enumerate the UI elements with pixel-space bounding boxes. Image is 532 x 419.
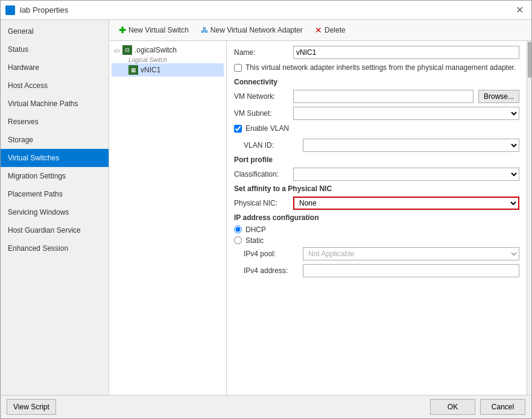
vlan-id-row: VLAN ID:	[234, 139, 519, 152]
sidebar-item-placement[interactable]: Placement Paths	[1, 185, 109, 203]
nic-name-label: vNIC1	[141, 66, 160, 74]
port-profile-section-title: Port profile	[234, 156, 519, 164]
new-virtual-switch-button[interactable]: ✚ New Virtual Switch	[114, 24, 194, 37]
enable-vlan-row: Enable VLAN	[234, 124, 519, 134]
inherit-label: This virtual network adapter inherits se…	[245, 63, 516, 73]
delete-label: Delete	[325, 26, 346, 34]
sidebar-item-host-guardian[interactable]: Host Guardian Service	[1, 221, 109, 239]
new-nic-icon: 🖧	[201, 26, 208, 34]
new-virtual-nic-button[interactable]: 🖧 New Virtual Network Adapter	[196, 24, 308, 36]
content-area: General Status Hardware Host Access Virt…	[1, 20, 531, 395]
sidebar: General Status Hardware Host Access Virt…	[1, 20, 109, 395]
sidebar-item-storage[interactable]: Storage	[1, 131, 109, 149]
dhcp-label: DHCP	[245, 225, 266, 234]
vm-subnet-row: VM Subnet:	[234, 107, 519, 120]
bottom-right-buttons: OK Cancel	[430, 399, 525, 415]
inherit-checkbox[interactable]	[234, 64, 242, 72]
tree-collapse-icon[interactable]: ▭	[113, 46, 120, 54]
ipv4-pool-select[interactable]: Not Applicable	[303, 247, 519, 260]
main-panel: ✚ New Virtual Switch 🖧 New Virtual Netwo…	[109, 20, 531, 395]
dialog-title: lab Properties	[20, 5, 68, 14]
delete-button[interactable]: ✕ Delete	[310, 24, 350, 37]
static-row: Static	[234, 236, 519, 245]
vm-subnet-label: VM Subnet:	[234, 109, 288, 118]
dialog: lab Properties ✕ General Status Hardware…	[0, 0, 532, 419]
switch-type-label: Logical Switch	[128, 57, 224, 63]
details-scrollbar[interactable]	[527, 41, 531, 395]
name-field-label: Name:	[234, 48, 288, 57]
enable-vlan-checkbox[interactable]	[234, 125, 242, 133]
sidebar-item-reserves[interactable]: Reserves	[1, 113, 109, 131]
delete-icon: ✕	[315, 25, 322, 35]
sidebar-item-hardware[interactable]: Hardware	[1, 58, 109, 77]
sidebar-item-servicing[interactable]: Servicing Windows	[1, 203, 109, 221]
new-virtual-nic-label: New Virtual Network Adapter	[211, 26, 303, 34]
details-panel: Name: This virtual network adapter inher…	[227, 41, 527, 395]
ipv4-address-label: IPv4 address:	[244, 266, 298, 275]
view-script-button[interactable]: View Script	[7, 399, 56, 415]
vm-network-row: VM Network: Browse...	[234, 90, 519, 103]
dhcp-row: DHCP	[234, 225, 519, 234]
tree-nic-item[interactable]: ▦ vNIC1	[112, 63, 224, 77]
new-switch-icon: ✚	[119, 25, 126, 35]
sidebar-item-host-access[interactable]: Host Access	[1, 77, 109, 95]
title-bar: lab Properties ✕	[1, 1, 531, 20]
browse-button[interactable]: Browse...	[478, 90, 519, 103]
bottom-bar: View Script OK Cancel	[1, 395, 531, 418]
ok-button[interactable]: OK	[430, 399, 475, 415]
name-input[interactable]	[293, 46, 519, 59]
inherit-row: This virtual network adapter inherits se…	[234, 63, 519, 73]
vm-network-input[interactable]	[293, 90, 473, 103]
close-button[interactable]: ✕	[512, 3, 527, 17]
vlan-id-select[interactable]	[303, 139, 519, 152]
scrollbar-thumb	[528, 42, 531, 78]
ip-config-section-title: IP address configuration	[234, 213, 519, 222]
toolbar: ✚ New Virtual Switch 🖧 New Virtual Netwo…	[109, 20, 531, 41]
classification-row: Classification:	[234, 168, 519, 181]
sidebar-item-vm-paths[interactable]: Virtual Machine Paths	[1, 95, 109, 113]
static-radio[interactable]	[234, 236, 242, 244]
switch-name-label: .ogicalSwitch	[135, 46, 177, 54]
ipv4-pool-row: IPv4 pool: Not Applicable	[234, 247, 519, 260]
connectivity-section-title: Connectivity	[234, 78, 519, 86]
sidebar-item-status[interactable]: Status	[1, 40, 109, 58]
cancel-button[interactable]: Cancel	[480, 399, 525, 415]
sidebar-item-virtual-switches[interactable]: Virtual Switches	[1, 149, 109, 167]
sidebar-item-general[interactable]: General	[1, 22, 109, 40]
app-icon	[5, 5, 15, 15]
title-bar-left: lab Properties	[5, 5, 68, 15]
sidebar-item-enhanced-session[interactable]: Enhanced Session	[1, 239, 109, 257]
classification-select[interactable]	[293, 168, 519, 181]
dhcp-radio[interactable]	[234, 225, 242, 233]
physical-nic-select[interactable]: None	[293, 197, 519, 210]
enable-vlan-label: Enable VLAN	[245, 124, 289, 134]
ipv4-pool-label: IPv4 pool:	[244, 250, 298, 258]
switch-icon: ⊟	[122, 45, 132, 55]
tree-panel: ▭ ⊟ .ogicalSwitch Logical Switch ▦ vNIC1	[109, 41, 227, 395]
physical-nic-label: Physical NIC:	[234, 199, 288, 207]
static-label: Static	[245, 236, 264, 245]
panel-body: ▭ ⊟ .ogicalSwitch Logical Switch ▦ vNIC1…	[109, 41, 531, 395]
tree-switch-item[interactable]: ▭ ⊟ .ogicalSwitch	[112, 43, 224, 57]
vlan-id-label: VLAN ID:	[244, 141, 298, 150]
affinity-section-title: Set affinity to a Physical NIC	[234, 184, 519, 193]
name-row: Name:	[234, 46, 519, 59]
ipv4-address-row: IPv4 address:	[234, 264, 519, 277]
physical-nic-row: Physical NIC: None	[234, 197, 519, 210]
ipv4-address-input[interactable]	[303, 264, 519, 277]
vm-subnet-select[interactable]	[293, 107, 519, 120]
classification-label: Classification:	[234, 170, 288, 178]
vm-network-label: VM Network:	[234, 92, 288, 101]
sidebar-item-migration[interactable]: Migration Settings	[1, 167, 109, 185]
new-virtual-switch-label: New Virtual Switch	[128, 26, 189, 34]
nic-icon: ▦	[128, 65, 138, 75]
